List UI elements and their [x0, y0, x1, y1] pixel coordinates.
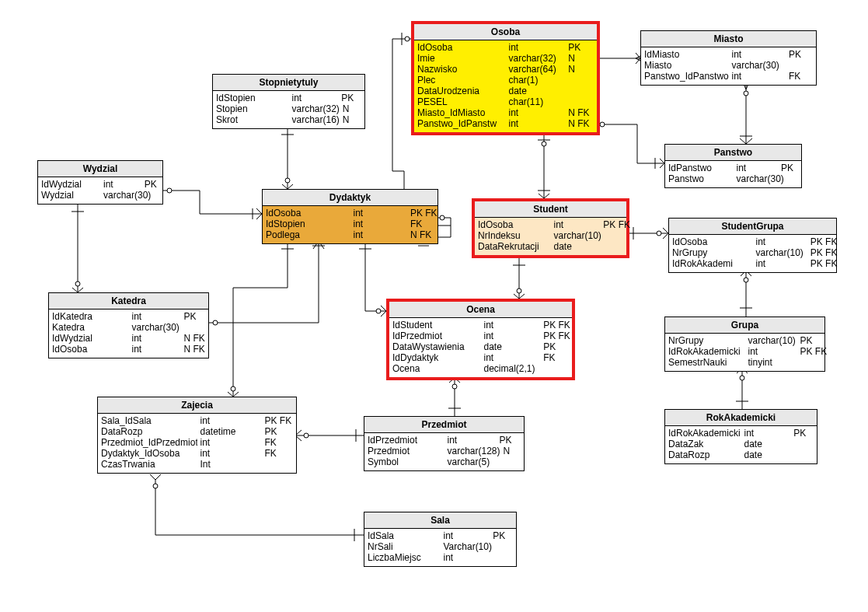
field-type: date — [484, 341, 541, 352]
entity-field-row: Imievarchar(32)N — [417, 53, 594, 64]
field-name: NrSali — [368, 541, 441, 552]
entity-field-row: IdOsobaintPK FK — [672, 236, 833, 247]
field-type: int — [448, 435, 497, 446]
entity-field-row: IdOsobaintPK — [417, 42, 594, 53]
entity-field-row: NrIndeksuvarchar(10) — [478, 230, 623, 241]
field-keys — [793, 439, 820, 449]
entity-title: Sala — [364, 512, 516, 529]
entity-body: IdStudentintPK FKIdPrzedmiotintPK FKData… — [389, 318, 572, 377]
entity-student: Student IdOsobaintPK FKNrIndeksuvarchar(… — [472, 198, 629, 258]
field-name: Nazwisko — [417, 64, 506, 75]
field-name: IdStopien — [216, 93, 289, 103]
entity-field-row: Wydzialvarchar(30) — [41, 190, 159, 201]
field-name: IdRokAkademicki — [668, 346, 745, 357]
field-keys — [500, 456, 527, 467]
svg-point-34 — [304, 433, 309, 438]
field-keys — [793, 449, 820, 460]
field-keys: PK FK — [800, 346, 828, 357]
entity-panstwo: Panstwo IdPanstwointPKPanstwovarchar(30) — [664, 144, 802, 188]
field-type: varchar(30) — [732, 60, 786, 71]
svg-point-30 — [740, 376, 744, 380]
field-name: IdStopien — [266, 219, 350, 229]
field-keys — [800, 357, 828, 368]
entity-field-row: Stopienvarchar(32)N — [216, 103, 361, 114]
entity-field-row: DataUrodzeniadate — [417, 86, 594, 96]
svg-point-38 — [153, 484, 158, 488]
field-type: decimal(2,1) — [484, 363, 541, 374]
entity-field-row: IdRokAkademickiintPK — [668, 428, 814, 439]
field-keys: PK FK — [810, 258, 839, 269]
entity-field-row: DataRozpdate — [668, 449, 814, 460]
field-name: IdRokAkademicki — [668, 428, 741, 439]
field-keys — [495, 541, 521, 552]
field-type: int — [737, 163, 778, 173]
entity-field-row: IdWydzialintPK — [41, 179, 159, 190]
entity-miasto: Miasto IdMiastointPKMiastovarchar(30)Pan… — [640, 30, 817, 86]
field-keys: PK — [145, 179, 166, 190]
field-name: Skrot — [216, 114, 289, 125]
field-type: int — [748, 346, 797, 357]
field-type: Int — [200, 459, 262, 470]
field-keys — [493, 552, 519, 563]
field-type: int — [103, 179, 141, 190]
field-keys: FK — [789, 71, 819, 82]
field-keys: PK FK — [543, 320, 575, 330]
field-type: int — [744, 428, 791, 439]
field-keys: PK — [568, 42, 600, 53]
entity-field-row: IdOsobaintPK FK — [478, 219, 623, 230]
entity-title: Panstwo — [665, 145, 801, 161]
field-name: DataRozp — [668, 449, 741, 460]
field-type: int — [509, 118, 566, 129]
entity-body: IdOsobaintPK FKIdStopienintFKPodlegaintN… — [263, 206, 437, 243]
entity-field-row: Plecchar(1) — [417, 75, 594, 86]
field-keys: PK — [184, 311, 211, 322]
entity-dydaktyk: Dydaktyk IdOsobaintPK FKIdStopienintFKPo… — [262, 189, 438, 244]
field-name: IdOsoba — [672, 236, 753, 247]
entity-title: Osoba — [414, 24, 597, 40]
entity-field-row: DataWystawieniadatePK — [392, 341, 569, 352]
field-name: SemestrNauki — [668, 357, 745, 368]
field-name: IdDydaktyk — [392, 352, 481, 363]
entity-title: Wydzial — [38, 161, 162, 177]
entity-title: Stopnietytuly — [213, 75, 364, 91]
entity-field-row: PodlegaintN FK — [266, 229, 434, 240]
field-name: IdOsoba — [52, 344, 129, 355]
entity-body: Sala_IdSalaintPK FKDataRozpdatetimePKPrz… — [98, 414, 296, 473]
entity-grupa: Grupa NrGrupyvarchar(10)PKIdRokAkademick… — [664, 316, 825, 372]
field-type: varchar(16) — [292, 114, 340, 125]
entity-field-row: PESELchar(11) — [417, 96, 594, 107]
field-type: date — [744, 439, 791, 449]
entity-katedra: Katedra IdKatedraintPKKatedravarchar(30)… — [48, 292, 209, 358]
field-type: varchar(5) — [448, 456, 497, 467]
entity-field-row: IdStopienintPK — [216, 93, 361, 103]
entity-title: StudentGrupa — [669, 219, 836, 235]
field-keys: PK FK — [410, 208, 441, 219]
entity-field-row: CzasTrwaniaInt — [101, 459, 293, 470]
field-type: char(1) — [509, 75, 566, 86]
entity-field-row: DataRekrutacjidate — [478, 241, 623, 252]
entity-body: IdPrzedmiotintPKPrzedmiotvarchar(128)NSy… — [364, 433, 524, 470]
field-name: Imie — [417, 53, 506, 64]
field-type: int — [132, 333, 181, 344]
field-keys: PK — [800, 335, 828, 346]
field-name: Przedmiot — [368, 446, 444, 456]
entity-field-row: Panstwo_IdPanstwointFK — [644, 71, 813, 82]
field-name: DataRekrutacji — [478, 241, 551, 252]
field-keys — [543, 363, 575, 374]
entity-field-row: IdStopienintFK — [266, 219, 434, 229]
entity-field-row: Skrotvarchar(16)N — [216, 114, 361, 125]
field-keys: N — [343, 103, 369, 114]
svg-point-6 — [405, 37, 410, 41]
svg-point-12 — [285, 178, 290, 183]
field-name: NrGrupy — [668, 335, 745, 346]
field-type: int — [509, 107, 566, 118]
entity-field-row: IdStudentintPK FK — [392, 320, 569, 330]
field-type: int — [354, 219, 407, 229]
field-name: Ocena — [392, 363, 481, 374]
field-type: date — [509, 86, 566, 96]
field-name: Dydaktyk_IdOsoba — [101, 448, 197, 459]
entity-body: IdOsobaintPK FKNrGrupyvarchar(10)PK FKId… — [669, 235, 836, 272]
field-name: IdStudent — [392, 320, 481, 330]
field-keys: PK — [781, 163, 804, 173]
field-name: IdMiasto — [644, 49, 729, 60]
